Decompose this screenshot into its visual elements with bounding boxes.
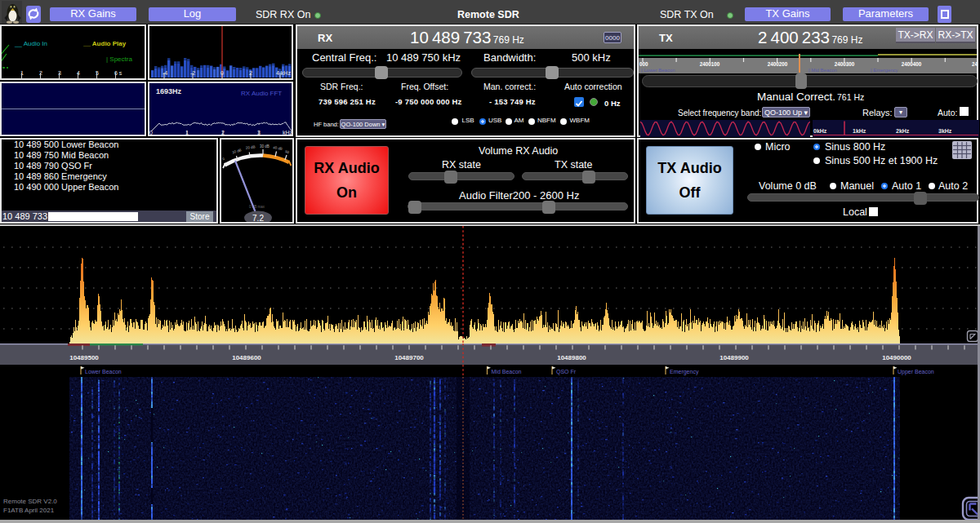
svg-text:50: 50 bbox=[284, 149, 290, 154]
svg-text:RX Audio FFT: RX Audio FFT bbox=[241, 90, 282, 97]
svg-text:30 dB: 30 dB bbox=[260, 144, 270, 148]
svg-text:2400300: 2400300 bbox=[835, 61, 855, 67]
svg-text:10489700: 10489700 bbox=[394, 354, 424, 361]
svg-text:Emergency: Emergency bbox=[670, 369, 699, 375]
svg-text:| Mid Beacon: | Mid Beacon bbox=[808, 68, 837, 73]
svg-text:10489600: 10489600 bbox=[232, 354, 261, 361]
svg-text:0kHz: 0kHz bbox=[813, 128, 827, 134]
svg-text:0 dB max: 0 dB max bbox=[249, 205, 265, 209]
svg-text:10 dB: 10 dB bbox=[232, 148, 243, 154]
svg-text:__ Audio In: __ Audio In bbox=[14, 40, 47, 47]
svg-text:| Emergency: | Emergency bbox=[871, 68, 898, 73]
svg-text:40 dB: 40 dB bbox=[273, 145, 283, 151]
svg-text:Remote SDR V2.0: Remote SDR V2.0 bbox=[3, 498, 57, 505]
svg-text:10489900: 10489900 bbox=[719, 354, 749, 361]
svg-text:20 dB: 20 dB bbox=[246, 144, 256, 149]
svg-text:__ Audio Play: __ Audio Play bbox=[82, 40, 127, 47]
svg-text:2400400: 2400400 bbox=[902, 61, 922, 67]
svg-text:0: 0 bbox=[149, 130, 153, 135]
svg-text:1kHz: 1kHz bbox=[853, 128, 866, 134]
svg-text:1693Hz: 1693Hz bbox=[156, 87, 182, 95]
svg-text:7.2: 7.2 bbox=[252, 214, 264, 223]
svg-text:Upper Beacon: Upper Beacon bbox=[898, 369, 934, 375]
svg-text:Mid Beacon: Mid Beacon bbox=[492, 369, 522, 375]
svg-text:| Lower Beacon: | Lower Beacon bbox=[641, 68, 675, 73]
svg-text:2400200: 2400200 bbox=[768, 61, 788, 67]
svg-text:kHz: kHz bbox=[283, 130, 292, 135]
svg-text:Lower Beacon: Lower Beacon bbox=[85, 369, 122, 375]
svg-text:-4: -4 bbox=[163, 70, 167, 76]
svg-text:2400100: 2400100 bbox=[700, 61, 720, 67]
svg-text:| Spectra: | Spectra bbox=[106, 55, 132, 63]
svg-text:3kHz: 3kHz bbox=[938, 128, 952, 134]
svg-text:240: 240 bbox=[972, 61, 977, 67]
svg-text:000: 000 bbox=[639, 61, 648, 67]
svg-text:10490000: 10490000 bbox=[882, 354, 911, 361]
svg-text:0: 0 bbox=[221, 157, 225, 162]
svg-text:10489800: 10489800 bbox=[557, 354, 586, 361]
svg-text:F1ATB April 2021: F1ATB April 2021 bbox=[3, 507, 55, 514]
svg-text:2kHz: 2kHz bbox=[896, 128, 910, 134]
svg-text:QSO Fr: QSO Fr bbox=[556, 369, 577, 375]
svg-text:4 kHz: 4 kHz bbox=[276, 70, 291, 76]
svg-text:10489500: 10489500 bbox=[69, 354, 99, 361]
